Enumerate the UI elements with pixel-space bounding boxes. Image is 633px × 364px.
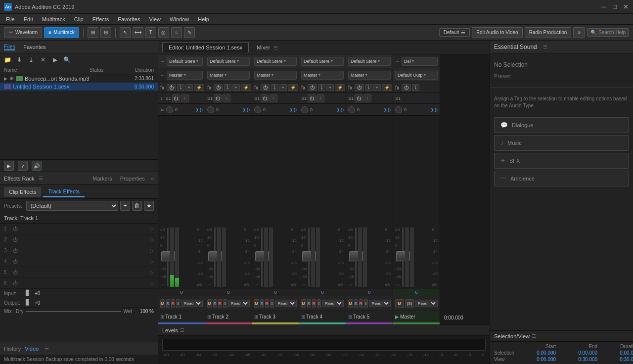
waveform-button[interactable]: 〰 Waveform <box>4 27 42 38</box>
input-route-btn-1[interactable]: Default Stere ▾ <box>167 57 203 66</box>
menu-edit[interactable]: Edit <box>20 15 37 23</box>
cursor-button[interactable]: ↖ <box>120 27 131 38</box>
pan-knob-master[interactable] <box>395 106 402 113</box>
autoplay-button[interactable]: ▶ <box>49 55 60 65</box>
solo-btn-2[interactable]: S <box>213 299 217 308</box>
automation-select-5[interactable]: Read <box>369 300 391 307</box>
fader-track-4[interactable] <box>308 228 310 287</box>
slot-power-5[interactable]: ⏻ <box>12 269 19 276</box>
play-button[interactable]: ▶ <box>4 161 14 171</box>
import2-button[interactable]: ⤓ <box>26 55 37 65</box>
delete-preset-button[interactable]: 🗑 <box>132 201 142 211</box>
automation-select-1[interactable]: Read <box>181 300 203 307</box>
input-route-btn-3[interactable]: Default Stere ▾ <box>254 57 297 66</box>
maximize-button[interactable]: □ <box>611 3 618 10</box>
presets-select[interactable]: (Default) <box>26 201 118 211</box>
markers-tab-btn[interactable]: Markers <box>92 176 112 182</box>
fx-in-btn-master[interactable]: ⤵ <box>412 84 419 91</box>
ambience-btn[interactable]: 〰 Ambience <box>494 171 629 186</box>
essential-sound-menu-icon[interactable]: ☰ <box>543 44 547 49</box>
effects-panel-expand[interactable]: » <box>151 176 154 182</box>
list-item[interactable]: Untitled Session 1.sesx 0:30.000 <box>0 83 158 91</box>
import-button[interactable]: ⬇ <box>14 55 25 65</box>
menu-help[interactable]: Help <box>194 15 213 23</box>
solo-btn-3[interactable]: S <box>260 299 264 308</box>
pan-knob-2[interactable] <box>207 106 214 113</box>
sfx-btn[interactable]: ✦ SFX <box>494 153 629 169</box>
fx-bolt-btn-5[interactable]: ⚡ <box>382 84 392 91</box>
fx-plus-btn-3[interactable]: + <box>279 84 287 91</box>
add-preset-button[interactable]: + <box>120 201 130 211</box>
fx-in-btn-4[interactable]: ⤵ <box>318 84 325 91</box>
slot-power-6[interactable]: ⏻ <box>12 280 19 287</box>
slot-power-4[interactable]: ⏻ <box>12 258 19 265</box>
send-power-btn-3[interactable]: ⏻ <box>261 94 269 102</box>
radio-production-button[interactable]: Radio Production <box>525 27 572 38</box>
channel-name-bar-5[interactable]: ⊞ Track 5 <box>346 311 393 322</box>
master-route-btn-5[interactable]: Master ▾ <box>348 71 391 80</box>
menu-view[interactable]: View <box>145 15 165 23</box>
send-volume-btn-2[interactable]: ↑ <box>223 94 230 102</box>
input-monitor-btn-5[interactable]: I <box>364 299 368 308</box>
pan-knob-5[interactable] <box>348 106 355 113</box>
effects-rack-menu-icon[interactable]: ☰ <box>39 176 43 181</box>
effect-slot-6[interactable]: 6 ⏻ ▷ <box>0 278 158 289</box>
record-btn-3[interactable]: R <box>265 299 270 308</box>
input-monitor-btn-2[interactable]: I <box>223 299 227 308</box>
pencil-button[interactable]: ✎ <box>184 27 195 38</box>
menu-file[interactable]: File <box>2 15 19 23</box>
solo-btn-5[interactable]: S <box>354 299 358 308</box>
master-route-btn-1[interactable]: Master ▾ <box>167 71 203 80</box>
send-volume-btn-4[interactable]: ↑ <box>316 94 324 102</box>
fader-track-2[interactable] <box>214 228 216 287</box>
slot-power-2[interactable]: ⏻ <box>12 236 19 243</box>
master-route-btn-3[interactable]: Master ▾ <box>254 71 297 80</box>
solo-btn-1[interactable]: S <box>166 299 170 308</box>
input-monitor-btn-1[interactable]: I <box>176 299 180 308</box>
spectral-button[interactable]: ⊞ <box>88 27 98 38</box>
close-file-button[interactable]: ✕ <box>38 55 48 65</box>
star-preset-button[interactable]: ★ <box>144 201 154 211</box>
fader-track-1[interactable] <box>167 228 169 287</box>
more-workspaces-button[interactable]: » <box>573 27 585 38</box>
fx-power-btn-4[interactable]: ⏻ <box>308 84 317 91</box>
input-monitor-btn-4[interactable]: I <box>317 299 321 308</box>
automation-select-4[interactable]: Read <box>322 300 344 307</box>
send-volume-btn-5[interactable]: ↑ <box>363 94 371 102</box>
effect-slot-4[interactable]: 4 ⏻ ▷ <box>0 256 158 267</box>
channel-name-bar-4[interactable]: ⊞ Track 4 <box>299 311 346 322</box>
menu-window[interactable]: Window <box>166 15 193 23</box>
fx-plus-btn-5[interactable]: + <box>373 84 381 91</box>
input-route-btn-master[interactable]: Del ▾ <box>402 57 438 66</box>
menu-clip[interactable]: Clip <box>70 15 88 23</box>
menu-effects[interactable]: Effects <box>89 15 113 23</box>
solo-btn-4[interactable]: S <box>307 299 311 308</box>
selection-view-menu-icon[interactable]: ☰ <box>532 333 536 339</box>
send-power-btn-5[interactable]: ⏻ <box>355 94 362 102</box>
input-route-btn-4[interactable]: Default Stere ▾ <box>301 57 344 66</box>
input-monitor-btn-3[interactable]: I <box>270 299 274 308</box>
fader-track-3[interactable] <box>261 228 263 287</box>
automation-select-2[interactable]: Read <box>228 300 250 307</box>
channel-name-bar-3[interactable]: ⊞ Track 3 <box>252 311 299 322</box>
menu-favorites[interactable]: Favorites <box>114 15 144 23</box>
fx-power-btn-1[interactable]: ⏻ <box>167 84 176 91</box>
fx-in-btn-1[interactable]: ⤵ <box>177 84 184 91</box>
levels-menu-icon[interactable]: ☰ <box>180 327 184 333</box>
record-btn-5[interactable]: R <box>359 299 363 308</box>
dialogue-btn[interactable]: 💬 Dialogue <box>494 117 629 133</box>
send-power-btn-1[interactable]: ⏻ <box>172 94 180 102</box>
channel-name-bar-1[interactable]: ⊞ Track 1 <box>158 311 205 322</box>
fx-power-btn-3[interactable]: ⏻ <box>261 84 270 91</box>
channel-name-bar-master[interactable]: ▶ Master <box>393 311 440 322</box>
pan-knob-3[interactable] <box>254 106 261 113</box>
clip-effects-tab[interactable]: Clip Effects <box>4 187 41 197</box>
music-btn[interactable]: ♪ Music <box>494 135 629 151</box>
mute-btn-2[interactable]: M <box>207 299 212 308</box>
pan-knob-4[interactable] <box>301 106 308 113</box>
automation-select-3[interactable]: Read <box>275 300 297 307</box>
fader-track-master[interactable] <box>402 228 404 287</box>
fx-power-btn-5[interactable]: ⏻ <box>355 84 364 91</box>
workspace-selector[interactable]: Default ☰ <box>439 28 470 37</box>
effect-slot-3[interactable]: 3 ⏻ ▷ <box>0 245 158 256</box>
